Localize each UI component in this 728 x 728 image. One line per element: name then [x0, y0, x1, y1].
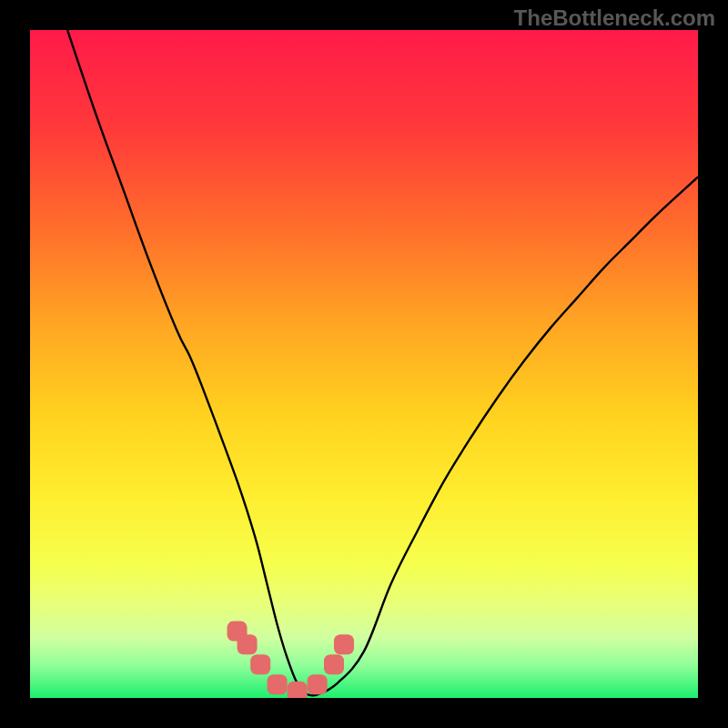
- data-marker: [334, 634, 354, 654]
- bottleneck-chart: [30, 30, 698, 698]
- chart-svg: [30, 30, 698, 698]
- chart-background: [30, 30, 698, 698]
- watermark-text: TheBottleneck.com: [514, 5, 715, 31]
- data-marker: [308, 674, 328, 694]
- data-marker: [324, 654, 344, 674]
- data-marker: [288, 682, 308, 698]
- data-marker: [250, 654, 270, 674]
- data-marker: [238, 634, 258, 654]
- data-marker: [268, 674, 288, 694]
